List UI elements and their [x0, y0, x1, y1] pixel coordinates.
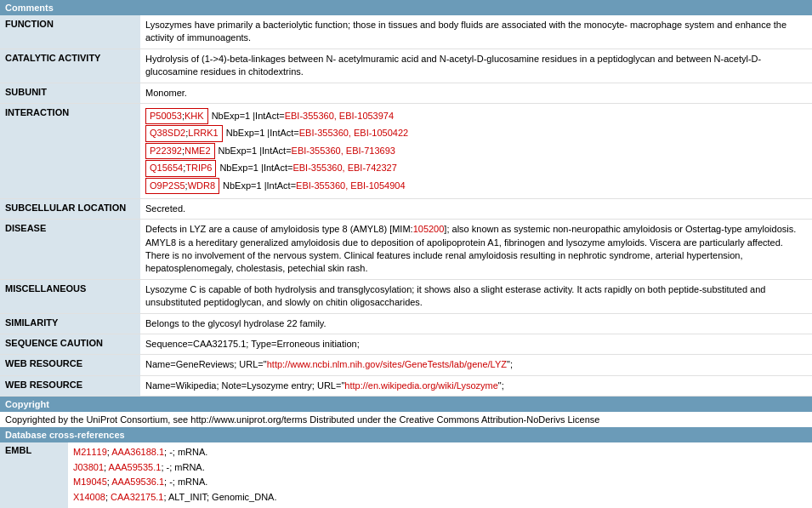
intact-link-2[interactable]: EBI-355360, EBI-1050422	[299, 128, 408, 138]
table-row: INTERACTION P50053;KHK NbExp=1 |IntAct=E…	[0, 103, 812, 198]
embl-link-aaa59535[interactable]: AAA59535.1	[109, 462, 162, 472]
mim-link[interactable]: 105200	[413, 224, 445, 234]
interaction-row-4: Q15654;TRIP6 NbExp=1 |IntAct=EBI-355360,…	[145, 160, 807, 176]
interaction-link-trip6[interactable]: TRIP6	[185, 163, 212, 173]
table-row: DISEASE Defects in LYZ are a cause of am…	[0, 220, 812, 280]
interaction-value: P50053;KHK NbExp=1 |IntAct=EBI-355360, E…	[140, 103, 812, 198]
interaction-link-q15654[interactable]: Q15654	[150, 163, 183, 173]
comments-section-header: Comments	[0, 0, 812, 15]
table-row: MISCELLANEOUS Lysozyme C is capable of b…	[0, 279, 812, 313]
interaction-detail-4: NbExp=1 |IntAct=EBI-355360, EBI-742327	[219, 162, 396, 174]
subcellular-label: SUBCELLULAR LOCATION	[0, 198, 140, 219]
function-label: FUNCTION	[0, 15, 140, 49]
table-row: CATALYTIC ACTIVITY Hydrolysis of (1->4)-…	[0, 49, 812, 83]
interaction-detail-2: NbExp=1 |IntAct=EBI-355360, EBI-1050422	[226, 127, 408, 140]
web-resource-value-1: Name=GeneReviews; URL="http://www.ncbi.n…	[140, 355, 812, 375]
embl-link-x14008[interactable]: X14008	[73, 492, 105, 502]
embl-link-m19045[interactable]: M19045	[73, 477, 107, 487]
intact-link-1[interactable]: EBI-355360, EBI-1053974	[285, 111, 394, 121]
dbxref-table: EMBL M21119; AAA36188.1; -; mRNA. J03801…	[0, 442, 812, 508]
subunit-value: Monomer.	[140, 83, 812, 103]
table-row: EMBL M21119; AAA36188.1; -; mRNA. J03801…	[0, 442, 812, 508]
function-value: Lysozymes have primarily a bacteriolytic…	[140, 15, 812, 49]
embl-link-m21119[interactable]: M21119	[73, 447, 107, 457]
interaction-link-q38sd2[interactable]: Q38SD2	[150, 128, 185, 138]
catalytic-activity-value: Hydrolysis of (1->4)-beta-linkages betwe…	[140, 49, 812, 83]
interaction-row-3: P22392;NME2 NbExp=1 |IntAct=EBI-355360, …	[145, 143, 807, 159]
interaction-detail-3: NbExp=1 |IntAct=EBI-355360, EBI-713693	[219, 145, 395, 157]
similarity-label: SIMILARITY	[0, 313, 140, 334]
interaction-link-p50053[interactable]: P50053	[150, 111, 182, 121]
table-row: WEB RESOURCE Name=Wikipedia; Note=Lysozy…	[0, 375, 812, 396]
copyright-text: Copyrighted by the UniProt Consortium, s…	[0, 412, 812, 427]
embl-label: EMBL	[0, 442, 68, 508]
intact-link-4[interactable]: EBI-355360, EBI-742327	[292, 163, 396, 173]
interaction-link-lrrk1[interactable]: LRRK1	[188, 128, 218, 138]
interaction-proteins-1: P50053;KHK	[145, 108, 208, 124]
web-resource-link-2[interactable]: http://en.wikipedia.org/wiki/Lysozyme	[344, 380, 498, 391]
interaction-label: INTERACTION	[0, 103, 140, 198]
table-row: SIMILARITY Belongs to the glycosyl hydro…	[0, 313, 812, 334]
embl-entry-1: M21119; AAA36188.1; -; mRNA.	[73, 445, 807, 460]
interaction-proteins-2: Q38SD2;LRRK1	[145, 125, 223, 141]
interaction-row-1: P50053;KHK NbExp=1 |IntAct=EBI-355360, E…	[145, 108, 807, 124]
intact-link-3[interactable]: EBI-355360, EBI-713693	[292, 146, 395, 156]
dbxref-section-header: Database cross-references	[0, 427, 812, 442]
web-resource-label-1: WEB RESOURCE	[0, 355, 140, 375]
intact-link-5[interactable]: EBI-355360, EBI-1054904	[296, 180, 405, 191]
miscellaneous-value: Lysozyme C is capable of both hydrolysis…	[140, 279, 812, 313]
embl-entry-4: X14008; CAA32175.1; ALT_INIT; Genomic_DN…	[73, 490, 807, 505]
subunit-label: SUBUNIT	[0, 83, 140, 103]
comments-table: FUNCTION Lysozymes have primarily a bact…	[0, 15, 812, 397]
table-row: SEQUENCE CAUTION Sequence=CAA32175.1; Ty…	[0, 334, 812, 355]
interaction-proteins-4: Q15654;TRIP6	[145, 160, 216, 176]
interaction-link-khk[interactable]: KHK	[185, 111, 204, 121]
interaction-row-5: O9P2S5;WDR8 NbExp=1 |IntAct=EBI-355360, …	[145, 178, 807, 194]
embl-link-j03801[interactable]: J03801	[73, 462, 104, 472]
embl-link-aaa59536[interactable]: AAA59536.1	[111, 477, 164, 487]
web-resource-value-2: Name=Wikipedia; Note=Lysozyme entry; URL…	[140, 375, 812, 396]
similarity-value: Belongs to the glycosyl hydrolase 22 fam…	[140, 313, 812, 334]
interaction-row-2: Q38SD2;LRRK1 NbExp=1 |IntAct=EBI-355360,…	[145, 125, 807, 141]
interaction-link-o9p2s5[interactable]: O9P2S5	[150, 180, 185, 191]
miscellaneous-label: MISCELLANEOUS	[0, 279, 140, 313]
interaction-link-p22392[interactable]: P22392	[150, 146, 182, 156]
disease-label: DISEASE	[0, 220, 140, 280]
interaction-proteins-3: P22392;NME2	[145, 143, 215, 159]
disease-value: Defects in LYZ are a cause of amyloidosi…	[140, 220, 812, 280]
embl-entry-5: U25677; AAC63078.1; -; mRNA.	[73, 505, 807, 508]
seq-caution-label: SEQUENCE CAUTION	[0, 334, 140, 355]
embl-link-aaa36188[interactable]: AAA36188.1	[111, 447, 164, 457]
embl-entry-3: M19045; AAA59536.1; -; mRNA.	[73, 475, 807, 490]
table-row: SUBUNIT Monomer.	[0, 83, 812, 103]
embl-value: M21119; AAA36188.1; -; mRNA. J03801; AAA…	[68, 442, 812, 508]
interaction-detail-5: NbExp=1 |IntAct=EBI-355360, EBI-1054904	[223, 180, 405, 192]
catalytic-activity-label: CATALYTIC ACTIVITY	[0, 49, 140, 83]
subcellular-value: Secreted.	[140, 198, 812, 219]
interaction-proteins-5: O9P2S5;WDR8	[145, 178, 219, 194]
seq-caution-value: Sequence=CAA32175.1; Type=Erroneous init…	[140, 334, 812, 355]
web-resource-link-1[interactable]: http://www.ncbi.nlm.nih.gov/sites/GeneTe…	[267, 359, 507, 369]
interaction-link-nme2[interactable]: NME2	[185, 146, 211, 156]
web-resource-label-2: WEB RESOURCE	[0, 375, 140, 396]
embl-entry-2: J03801; AAA59535.1; -; mRNA.	[73, 460, 807, 476]
interaction-detail-1: NbExp=1 |IntAct=EBI-355360, EBI-1053974	[212, 110, 394, 123]
interaction-link-wdr8[interactable]: WDR8	[188, 180, 215, 191]
table-row: FUNCTION Lysozymes have primarily a bact…	[0, 15, 812, 49]
table-row: SUBCELLULAR LOCATION Secreted.	[0, 198, 812, 219]
copyright-section-header: Copyright	[0, 397, 812, 412]
table-row: WEB RESOURCE Name=GeneReviews; URL="http…	[0, 355, 812, 375]
embl-link-caa32175[interactable]: CAA32175.1	[111, 492, 163, 502]
